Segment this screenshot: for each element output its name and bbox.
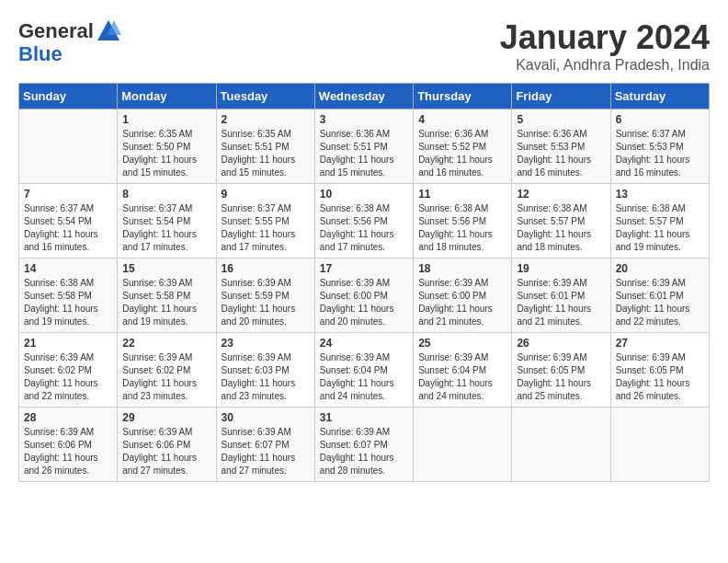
calendar-cell: 20Sunrise: 6:39 AM Sunset: 6:01 PM Dayli… — [610, 259, 709, 333]
day-number: 25 — [418, 337, 506, 350]
calendar-cell: 24Sunrise: 6:39 AM Sunset: 6:04 PM Dayli… — [314, 333, 413, 408]
logo-icon — [96, 18, 121, 44]
calendar-cell: 10Sunrise: 6:38 AM Sunset: 5:56 PM Dayli… — [314, 184, 413, 259]
day-number: 1 — [122, 113, 210, 126]
day-info: Sunrise: 6:39 AM Sunset: 6:06 PM Dayligh… — [122, 426, 210, 477]
month-year-title: January 2024 — [500, 18, 710, 57]
day-number: 15 — [122, 262, 210, 275]
day-info: Sunrise: 6:38 AM Sunset: 5:57 PM Dayligh… — [517, 202, 605, 254]
day-number: 14 — [24, 262, 112, 275]
day-info: Sunrise: 6:37 AM Sunset: 5:54 PM Dayligh… — [24, 202, 112, 254]
day-number: 27 — [616, 337, 704, 350]
calendar-cell: 31Sunrise: 6:39 AM Sunset: 6:07 PM Dayli… — [314, 408, 413, 482]
day-info: Sunrise: 6:39 AM Sunset: 6:01 PM Dayligh… — [616, 277, 704, 328]
calendar-cell: 3Sunrise: 6:36 AM Sunset: 5:51 PM Daylig… — [314, 109, 413, 184]
day-number: 17 — [320, 262, 408, 275]
calendar-week-row: 28Sunrise: 6:39 AM Sunset: 6:06 PM Dayli… — [19, 408, 710, 482]
calendar-cell: 14Sunrise: 6:38 AM Sunset: 5:58 PM Dayli… — [19, 259, 118, 333]
day-info: Sunrise: 6:39 AM Sunset: 6:05 PM Dayligh… — [616, 351, 704, 403]
day-number: 30 — [222, 411, 310, 424]
day-info: Sunrise: 6:37 AM Sunset: 5:54 PM Dayligh… — [122, 202, 210, 254]
calendar-week-row: 14Sunrise: 6:38 AM Sunset: 5:58 PM Dayli… — [19, 259, 710, 333]
calendar-cell — [512, 408, 610, 482]
logo-blue: Blue — [18, 44, 63, 64]
calendar-cell: 30Sunrise: 6:39 AM Sunset: 6:07 PM Dayli… — [216, 408, 314, 482]
day-number: 4 — [418, 113, 506, 126]
day-info: Sunrise: 6:39 AM Sunset: 5:59 PM Dayligh… — [222, 277, 310, 328]
day-info: Sunrise: 6:35 AM Sunset: 5:51 PM Dayligh… — [222, 128, 310, 179]
calendar-cell: 17Sunrise: 6:39 AM Sunset: 6:00 PM Dayli… — [314, 259, 413, 333]
day-info: Sunrise: 6:39 AM Sunset: 6:01 PM Dayligh… — [517, 277, 605, 328]
calendar-cell: 12Sunrise: 6:38 AM Sunset: 5:57 PM Dayli… — [512, 184, 610, 259]
calendar-cell: 13Sunrise: 6:38 AM Sunset: 5:57 PM Dayli… — [610, 184, 709, 259]
day-info: Sunrise: 6:39 AM Sunset: 5:58 PM Dayligh… — [122, 277, 210, 328]
weekday-header-tuesday: Tuesday — [216, 84, 314, 109]
day-number: 18 — [418, 262, 506, 275]
page-header: General Blue January 2024 Kavali, Andhra… — [18, 18, 710, 74]
weekday-header-friday: Friday — [512, 84, 610, 109]
day-number: 12 — [517, 188, 605, 201]
calendar-cell: 21Sunrise: 6:39 AM Sunset: 6:02 PM Dayli… — [19, 333, 118, 408]
location-subtitle: Kavali, Andhra Pradesh, India — [500, 57, 710, 74]
weekday-header-monday: Monday — [118, 84, 216, 109]
calendar-cell: 19Sunrise: 6:39 AM Sunset: 6:01 PM Dayli… — [512, 259, 610, 333]
calendar-cell: 2Sunrise: 6:35 AM Sunset: 5:51 PM Daylig… — [216, 109, 314, 184]
calendar-cell — [19, 109, 118, 184]
calendar-cell: 16Sunrise: 6:39 AM Sunset: 5:59 PM Dayli… — [216, 259, 314, 333]
day-info: Sunrise: 6:39 AM Sunset: 6:07 PM Dayligh… — [320, 426, 408, 477]
day-number: 7 — [24, 188, 112, 201]
weekday-header-sunday: Sunday — [19, 84, 118, 109]
day-info: Sunrise: 6:38 AM Sunset: 5:56 PM Dayligh… — [320, 202, 408, 254]
day-number: 29 — [122, 411, 210, 424]
day-number: 16 — [222, 262, 310, 275]
day-info: Sunrise: 6:38 AM Sunset: 5:56 PM Dayligh… — [418, 202, 506, 254]
logo: General Blue — [18, 18, 121, 64]
calendar-cell: 7Sunrise: 6:37 AM Sunset: 5:54 PM Daylig… — [19, 184, 118, 259]
day-number: 11 — [418, 188, 506, 201]
day-number: 19 — [517, 262, 605, 275]
day-info: Sunrise: 6:39 AM Sunset: 6:00 PM Dayligh… — [418, 277, 506, 328]
day-info: Sunrise: 6:39 AM Sunset: 6:05 PM Dayligh… — [517, 351, 605, 403]
day-number: 6 — [616, 113, 704, 126]
day-info: Sunrise: 6:37 AM Sunset: 5:55 PM Dayligh… — [222, 202, 310, 254]
weekday-header-saturday: Saturday — [610, 84, 709, 109]
calendar-week-row: 7Sunrise: 6:37 AM Sunset: 5:54 PM Daylig… — [19, 184, 710, 259]
title-block: January 2024 Kavali, Andhra Pradesh, Ind… — [500, 18, 710, 74]
day-info: Sunrise: 6:39 AM Sunset: 6:07 PM Dayligh… — [222, 426, 310, 477]
day-info: Sunrise: 6:37 AM Sunset: 5:53 PM Dayligh… — [616, 128, 704, 179]
calendar-cell: 25Sunrise: 6:39 AM Sunset: 6:04 PM Dayli… — [414, 333, 512, 408]
calendar-cell: 23Sunrise: 6:39 AM Sunset: 6:03 PM Dayli… — [216, 333, 314, 408]
calendar-week-row: 21Sunrise: 6:39 AM Sunset: 6:02 PM Dayli… — [19, 333, 710, 408]
day-info: Sunrise: 6:39 AM Sunset: 6:03 PM Dayligh… — [222, 351, 310, 403]
day-number: 28 — [24, 411, 112, 424]
day-number: 24 — [320, 337, 408, 350]
day-number: 23 — [222, 337, 310, 350]
calendar-cell: 11Sunrise: 6:38 AM Sunset: 5:56 PM Dayli… — [414, 184, 512, 259]
day-number: 22 — [122, 337, 210, 350]
calendar-cell — [610, 408, 709, 482]
day-info: Sunrise: 6:36 AM Sunset: 5:53 PM Dayligh… — [517, 128, 605, 179]
calendar-cell: 28Sunrise: 6:39 AM Sunset: 6:06 PM Dayli… — [19, 408, 118, 482]
day-number: 20 — [616, 262, 704, 275]
calendar-cell: 5Sunrise: 6:36 AM Sunset: 5:53 PM Daylig… — [512, 109, 610, 184]
calendar-cell: 8Sunrise: 6:37 AM Sunset: 5:54 PM Daylig… — [118, 184, 216, 259]
logo-general: General — [18, 21, 94, 41]
weekday-header-wednesday: Wednesday — [314, 84, 413, 109]
day-number: 21 — [24, 337, 112, 350]
calendar-cell — [414, 408, 512, 482]
day-info: Sunrise: 6:39 AM Sunset: 6:02 PM Dayligh… — [24, 351, 112, 403]
day-info: Sunrise: 6:39 AM Sunset: 6:04 PM Dayligh… — [320, 351, 408, 403]
calendar-cell: 6Sunrise: 6:37 AM Sunset: 5:53 PM Daylig… — [610, 109, 709, 184]
calendar-cell: 26Sunrise: 6:39 AM Sunset: 6:05 PM Dayli… — [512, 333, 610, 408]
day-info: Sunrise: 6:36 AM Sunset: 5:52 PM Dayligh… — [418, 128, 506, 179]
calendar-cell: 22Sunrise: 6:39 AM Sunset: 6:02 PM Dayli… — [118, 333, 216, 408]
calendar-cell: 18Sunrise: 6:39 AM Sunset: 6:00 PM Dayli… — [414, 259, 512, 333]
calendar-table: SundayMondayTuesdayWednesdayThursdayFrid… — [18, 83, 710, 482]
calendar-cell: 29Sunrise: 6:39 AM Sunset: 6:06 PM Dayli… — [118, 408, 216, 482]
day-info: Sunrise: 6:38 AM Sunset: 5:57 PM Dayligh… — [616, 202, 704, 254]
weekday-header-thursday: Thursday — [414, 84, 512, 109]
day-number: 5 — [517, 113, 605, 126]
calendar-cell: 9Sunrise: 6:37 AM Sunset: 5:55 PM Daylig… — [216, 184, 314, 259]
day-info: Sunrise: 6:39 AM Sunset: 6:06 PM Dayligh… — [24, 426, 112, 477]
calendar-cell: 15Sunrise: 6:39 AM Sunset: 5:58 PM Dayli… — [118, 259, 216, 333]
